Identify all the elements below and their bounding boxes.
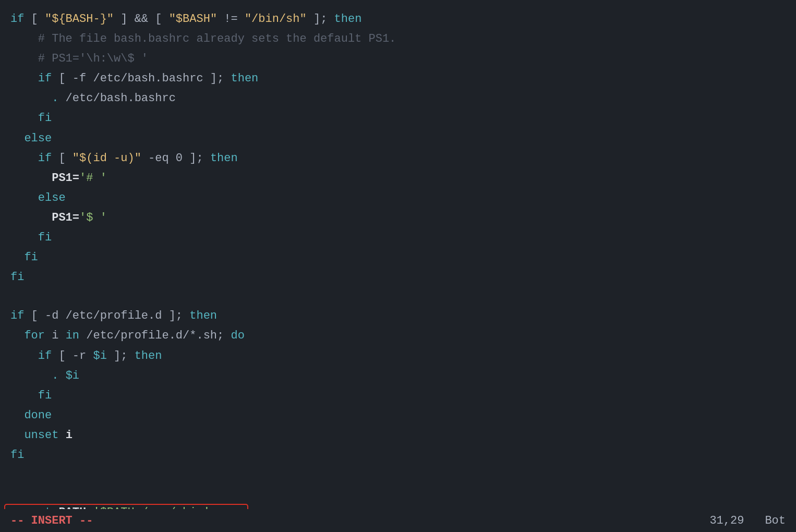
export-line-wrapper: export PATH='$PATH:/usr/sbin' [0, 503, 796, 509]
code-line: fi [0, 268, 796, 287]
code-line: else [0, 129, 796, 149]
code-line: fi [0, 386, 796, 406]
code-line: unset i [0, 426, 796, 445]
code-line: if [ -d /etc/profile.d ]; then [0, 306, 796, 326]
blank-line [0, 465, 796, 484]
insert-mode-label: -- INSERT -- [10, 514, 93, 527]
code-line: if [ -f /etc/bash.bashrc ]; then [0, 69, 796, 89]
code-line: # PS1='\h:\w\$ ' [0, 49, 796, 69]
status-right: 31,29 Bot [709, 514, 786, 527]
blank-line [0, 484, 796, 503]
code-line: if [ "${BASH-}" ] && [ "$BASH" != "/bin/… [0, 9, 796, 29]
code-line: else [0, 188, 796, 208]
editor-area[interactable]: if [ "${BASH-}" ] && [ "$BASH" != "/bin/… [0, 0, 796, 509]
blank-line [0, 287, 796, 306]
code-line: for i in /etc/profile.d/*.sh; do [0, 326, 796, 346]
cursor-position: 31,29 [709, 514, 744, 527]
code-line: fi [0, 445, 796, 465]
scroll-position: Bot [765, 514, 786, 527]
status-bar: -- INSERT -- 31,29 Bot [0, 509, 796, 532]
code-line: fi [0, 228, 796, 248]
code-line: done [0, 406, 796, 426]
code-line: PS1='# ' [0, 168, 796, 188]
code-line: fi [0, 108, 796, 128]
export-line: export PATH='$PATH:/usr/sbin' [0, 503, 796, 509]
code-line: if [ -r $i ]; then [0, 346, 796, 366]
code-line: fi [0, 248, 796, 268]
code-line: . $i [0, 366, 796, 386]
code-line: PS1='$ ' [0, 208, 796, 228]
code-line: # The file bash.bashrc already sets the … [0, 29, 796, 49]
code-line: if [ "$(id -u)" -eq 0 ]; then [0, 149, 796, 168]
code-line: . /etc/bash.bashrc [0, 89, 796, 108]
